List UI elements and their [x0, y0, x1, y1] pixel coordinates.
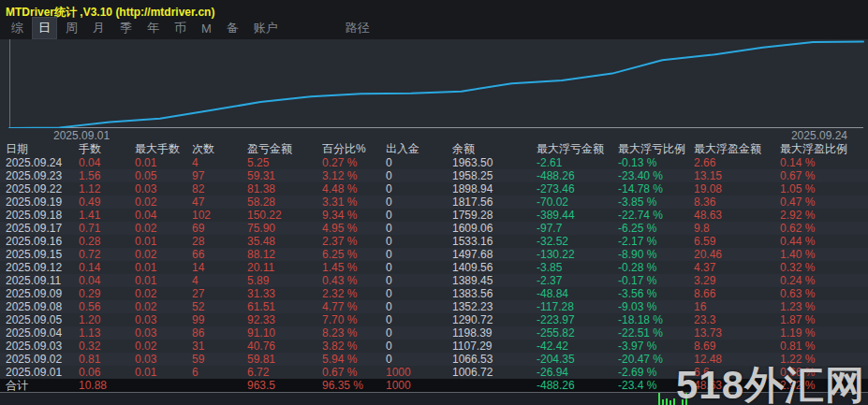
cell-9: -22.74 %: [618, 209, 694, 222]
cell-6: 0: [386, 156, 452, 169]
cell-8: -204.35: [537, 353, 618, 366]
cell-3: 4: [192, 274, 247, 287]
cell-7: 1497.68: [452, 248, 537, 261]
cell-3: 66: [192, 248, 247, 261]
stats-table-header: 日期手数最大手数次数盈亏金额百分比%出入金余额最大浮亏金额最大浮亏比例最大浮盈金…: [0, 142, 868, 156]
cell-8: -70.02: [537, 195, 618, 209]
cell-11: 0.67 %: [780, 169, 868, 182]
cell-8: -389.44: [537, 209, 618, 222]
cell-9: -6.25 %: [618, 222, 694, 235]
table-row[interactable]: 2025.09.231.560.059759.313.12 %01958.25-…: [0, 169, 868, 182]
menu-item-7[interactable]: 币: [169, 18, 192, 38]
table-row[interactable]: 2025.09.160.280.012835.482.37 %01533.16-…: [0, 235, 868, 248]
cell-4: 61.51: [247, 300, 322, 313]
menu-item-5[interactable]: 季: [114, 18, 138, 38]
table-row[interactable]: 2025.09.051.200.039992.337.70 %01290.72-…: [0, 313, 868, 326]
menu-item-path[interactable]: 路径: [340, 18, 375, 38]
menu-item-2[interactable]: 日: [33, 18, 56, 38]
cell-5: 1.45 %: [322, 261, 386, 274]
table-row[interactable]: 2025.09.221.120.038281.384.48 %01898.94-…: [0, 182, 868, 195]
cell-10: 19.08: [694, 182, 780, 195]
mini-histogram-bar: [662, 399, 664, 405]
cell-10: 20.46: [694, 248, 780, 261]
cell-11: 0.14 %: [780, 156, 868, 169]
cell-3: 47: [192, 195, 247, 209]
cell-0: 2025.09.24: [6, 156, 79, 169]
cell-9: -0.13 %: [618, 156, 694, 169]
cell-0: 2025.09.01: [6, 366, 79, 379]
column-header-6: 出入金: [386, 142, 452, 156]
cell-2: 0.03: [135, 326, 192, 340]
cell-6: 0: [386, 235, 452, 248]
menu-item-8[interactable]: M: [196, 20, 217, 37]
cell-0: 2025.09.17: [6, 222, 79, 235]
cell-4: 6.72: [247, 366, 322, 379]
cell-5: 7.70 %: [322, 313, 386, 326]
cell-10: 8.66: [694, 287, 780, 300]
cell-5: 3.82 %: [322, 340, 386, 353]
cell-4: 59.31: [247, 169, 322, 182]
column-header-2: 最大手数: [135, 142, 192, 156]
menu-item-4[interactable]: 月: [87, 18, 110, 38]
cell-8: -255.82: [537, 326, 618, 340]
cell-11: 0.32 %: [780, 261, 868, 274]
cell-1: 0.04: [79, 156, 135, 169]
table-row[interactable]: 2025.09.150.720.026688.126.25 %01497.68-…: [0, 248, 868, 261]
x-axis-end-label: 2025.09.24: [791, 129, 847, 142]
table-row[interactable]: 2025.09.240.040.0145.250.27 %01963.50-2.…: [0, 156, 868, 169]
total-cell-7: [452, 379, 537, 392]
table-row[interactable]: 2025.09.181.410.04102150.229.34 %01759.2…: [0, 209, 868, 222]
table-row[interactable]: 2025.09.080.560.025261.514.77 %01352.23-…: [0, 300, 868, 313]
menu-item-9[interactable]: 备: [221, 18, 244, 38]
cell-6: 0: [386, 274, 452, 287]
cell-0: 2025.09.04: [6, 326, 79, 340]
cell-4: 5.25: [247, 156, 322, 169]
table-row[interactable]: 2025.09.030.320.023140.763.82 %01107.29-…: [0, 340, 868, 353]
cell-8: -48.84: [537, 287, 618, 300]
cell-3: 31: [192, 340, 247, 353]
cell-4: 59.81: [247, 353, 322, 366]
cell-5: 4.48 %: [322, 182, 386, 195]
table-row[interactable]: 2025.09.170.710.026975.904.95 %01609.06-…: [0, 222, 868, 235]
cell-10: 6.59: [694, 235, 780, 248]
cell-3: 82: [192, 182, 247, 195]
cell-1: 1.20: [79, 313, 135, 326]
menu-item-1[interactable]: 综: [6, 18, 29, 38]
column-header-7: 余额: [452, 142, 537, 156]
cell-5: 2.32 %: [322, 287, 386, 300]
cell-4: 58.28: [247, 195, 322, 209]
menu-item-3[interactable]: 周: [60, 18, 83, 38]
cell-11: 0.81 %: [780, 340, 868, 353]
cell-7: 1006.72: [452, 366, 537, 379]
cell-3: 52: [192, 300, 247, 313]
cell-8: -2.61: [537, 156, 618, 169]
table-row[interactable]: 2025.09.190.490.024758.283.31 %01817.56-…: [0, 195, 868, 209]
cell-11: 0.62 %: [780, 222, 868, 235]
table-row[interactable]: 2025.09.110.040.0145.890.43 %01389.45-2.…: [0, 274, 868, 287]
cell-1: 0.49: [79, 195, 135, 209]
cell-11: 0.24 %: [780, 274, 868, 287]
cell-2: 0.02: [135, 222, 192, 235]
cell-8: -130.22: [537, 248, 618, 261]
table-row[interactable]: 2025.09.041.130.038691.108.23 %01198.39-…: [0, 326, 868, 340]
cell-6: 0: [386, 248, 452, 261]
cell-4: 150.22: [247, 209, 322, 222]
watermark-518waihui: 518外汇网: [676, 366, 865, 405]
cell-3: 102: [192, 209, 247, 222]
table-row[interactable]: 2025.09.090.290.022731.332.32 %01383.56-…: [0, 287, 868, 300]
column-header-3: 次数: [192, 142, 247, 156]
cell-2: 0.01: [135, 274, 192, 287]
table-row[interactable]: 2025.09.120.140.011420.111.45 %01409.56-…: [0, 261, 868, 274]
menu-item-6[interactable]: 年: [141, 18, 165, 38]
cell-7: 1066.53: [452, 353, 537, 366]
cell-0: 2025.09.18: [6, 209, 79, 222]
cell-8: -2.37: [537, 274, 618, 287]
cell-6: 0: [386, 261, 452, 274]
cell-5: 0.27 %: [322, 156, 386, 169]
cell-7: 1409.56: [452, 261, 537, 274]
cell-2: 0.02: [135, 195, 192, 209]
column-header-11: 最大浮盈比例: [780, 142, 868, 156]
title-bar: MTDriver统计 ,V3.10 (http://mtdriver.cn): [0, 0, 868, 17]
cell-2: 0.03: [135, 353, 192, 366]
menu-item-10[interactable]: 账户: [248, 18, 284, 38]
